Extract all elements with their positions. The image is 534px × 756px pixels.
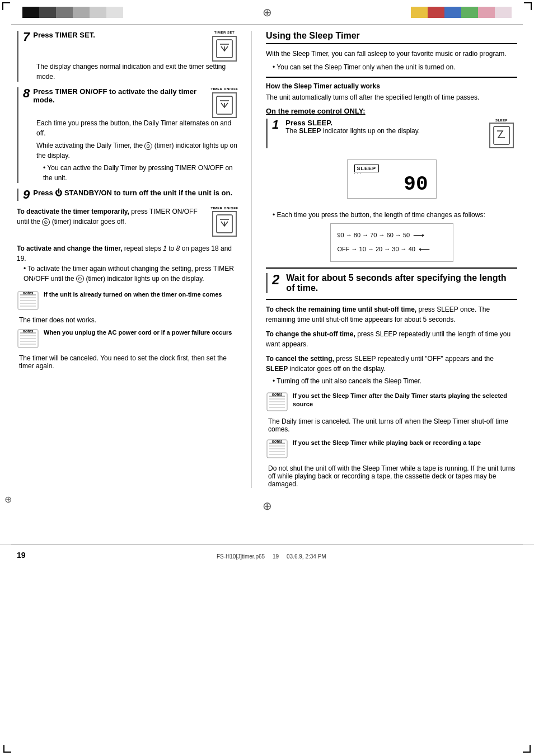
step-9-header: 9 Press ⏻ STANDBY/ON to turn off the uni… — [23, 189, 240, 201]
svg-rect-23 — [494, 126, 509, 144]
corner-br — [523, 745, 531, 753]
step-2-right-title: Wait for about 5 seconds after specifyin… — [286, 273, 506, 293]
step-1-right-icon: SLEEP — [486, 119, 517, 148]
note-2-body: The timer will be canceled. You need to … — [19, 354, 240, 370]
page-number: 19 — [17, 551, 26, 560]
corner-tl — [2, 2, 10, 10]
deactivate-text: To deactivate the timer temporarily, pre… — [17, 206, 204, 227]
section-divider — [266, 77, 517, 78]
works-body: The unit automatically turns off after t… — [266, 92, 517, 102]
deactivate-block: To deactivate the timer temporarily, pre… — [17, 206, 240, 236]
step-1-right-block: 1 Press SLEEP. The SLEEP indicator light… — [266, 119, 517, 148]
footer-left-area: 19 — [17, 551, 26, 560]
note-2-text: When you unplug the AC power cord or if … — [44, 328, 232, 337]
note-1-body: The timer does not works. — [19, 316, 240, 324]
flow-line1: 90 → 80 → 70 → 60 → 50 ⟶ — [338, 228, 446, 242]
color-bar-right — [411, 7, 512, 18]
color-block-3 — [56, 7, 73, 18]
step-9-block: 9 Press ⏻ STANDBY/ON to turn off the uni… — [17, 189, 240, 201]
step-7-icon-box — [212, 36, 237, 62]
color-block-4 — [73, 7, 90, 18]
activate-change-title: To activate and change the timer, — [17, 245, 123, 252]
color-block-r2 — [428, 7, 444, 18]
deactivate-svg — [216, 214, 233, 234]
step-9-title: Press ⏻ STANDBY/ON to turn off the unit … — [33, 189, 232, 197]
notes-icon-2: notes — [17, 328, 39, 349]
note-4-text: If you set the Sleep Timer while playing… — [293, 439, 481, 447]
cancel-bullet: Turning off the unit also cancels the Sl… — [273, 376, 517, 386]
flow-line2: OFF → 10 → 20 → 30 → 40 ⟵ — [338, 242, 446, 256]
step-2-right-num: 2 — [272, 273, 279, 287]
activate-bullets: To activate the timer again without chan… — [17, 264, 240, 284]
note-2-box: notes When you unplug the AC power cord … — [17, 328, 240, 349]
activate-italic1: 1 — [163, 245, 167, 252]
color-block-1 — [22, 7, 39, 18]
note-1-title: If the unit is already turned on when th… — [44, 290, 222, 299]
deactivate-icon-label: TIMER ON/OFF — [211, 206, 238, 210]
svg-text:notes: notes — [272, 439, 283, 443]
color-block-r1 — [411, 7, 428, 18]
step-8-body2: While activating the Daily Timer, the ⊙ … — [36, 140, 240, 161]
footer-page-num: 19 — [273, 553, 279, 560]
footer-center: FS-H10[J]timer.p65 19 03.6.9, 2:34 PM — [217, 553, 326, 560]
svg-text:notes: notes — [23, 291, 34, 295]
check-remaining-para: To check the remaining time until shut-o… — [266, 304, 517, 325]
check-remaining-title: To check the remaining time until shut-o… — [266, 306, 416, 313]
left-crosshair: ⊕ — [4, 494, 12, 504]
step-2-right-block: 2 Wait for about 5 seconds after specify… — [266, 273, 517, 293]
activate-change-block: To activate and change the timer, repeat… — [17, 243, 240, 284]
color-block-r6 — [495, 7, 512, 18]
deactivate-para: To deactivate the timer temporarily, pre… — [17, 206, 204, 227]
notes-svg-3: notes — [266, 392, 288, 412]
activate-bullet: To activate the timer again without chan… — [24, 264, 240, 284]
color-bar-left — [22, 7, 123, 18]
sleep-display-wrapper: SLEEP ··· 90 — [266, 154, 517, 204]
step-7-header: 7 Press TIMER SET. TIMER SET — [23, 31, 240, 62]
deactivate-icon: TIMER ON/OFF — [209, 206, 240, 236]
notes-svg-2: notes — [17, 328, 39, 349]
color-block-2 — [39, 7, 56, 18]
footer-filename: FS-H10[J]timer.p65 — [217, 553, 265, 560]
step-7-num: 7 — [23, 31, 30, 43]
step-7-icon-label: TIMER SET — [214, 31, 235, 35]
step-8-body1: Each time you press the button, the Dail… — [36, 118, 240, 138]
crosshair-center: ⊕ — [263, 6, 272, 19]
flow-arrow-left: ⟵ — [419, 242, 430, 256]
sleep-bullets: Each time you press the button, the leng… — [266, 210, 517, 220]
note-3-text: If you set the Sleep Timer after the Dai… — [293, 392, 517, 409]
color-block-r5 — [478, 7, 495, 18]
notes-icon-4: notes — [266, 439, 288, 459]
step-8-num: 8 — [23, 87, 30, 100]
deactivate-icon-box — [212, 211, 237, 237]
step-8-icon-label: TIMER ON/OFF — [211, 87, 238, 91]
step-7-icon: TIMER SET — [209, 31, 240, 62]
change-shutoff-title: To change the shut-off time, — [266, 330, 355, 338]
footer-date: 03.6.9, 2:34 PM — [287, 553, 326, 560]
svg-text:notes: notes — [272, 392, 283, 396]
bottom-crosshair: ⊕ — [263, 499, 272, 513]
step-1-icon-box — [489, 123, 514, 148]
main-content: 7 Press TIMER SET. TIMER SET — [0, 25, 534, 499]
cancel-para: To cancel the setting, press SLEEP repea… — [266, 354, 517, 374]
page: ⊕ 7 Press TIMER SET. — [0, 0, 534, 756]
sleep-display-number: 90 — [404, 173, 428, 196]
cancel-title: To cancel the setting, — [266, 355, 334, 363]
sleep-change-bullet: Each time you press the button, the leng… — [273, 210, 517, 220]
deactivate-row: To deactivate the timer temporarily, pre… — [17, 206, 240, 236]
color-block-6 — [106, 7, 123, 18]
step-8-header: 8 Press TIMER ON/OFF to activate the dai… — [23, 87, 240, 118]
note-1-box: notes If the unit is already turned on w… — [17, 290, 240, 311]
step-7-title: Press TIMER SET. — [33, 31, 95, 39]
step-9-num: 9 — [23, 189, 30, 201]
note-4-box: notes If you set the Sleep Timer while p… — [266, 439, 517, 459]
color-block-r3 — [444, 7, 461, 18]
step-7-title-body: Press TIMER SET. — [33, 31, 205, 39]
step-1-right-body: The SLEEP indicator lights up on the dis… — [285, 127, 420, 135]
note-4-title: If you set the Sleep Timer while playing… — [293, 439, 481, 447]
sleep-keyword: SLEEP — [299, 127, 321, 135]
notes-icon-1: notes — [17, 290, 39, 311]
step-1-right-num: 1 — [272, 119, 279, 131]
note-2-title: When you unplug the AC power cord or if … — [44, 328, 232, 337]
step-8-bullets: You can active the Daily Timer by pressi… — [36, 163, 240, 183]
step-1-right-title-area: Press SLEEP. The SLEEP indicator lights … — [282, 119, 483, 135]
